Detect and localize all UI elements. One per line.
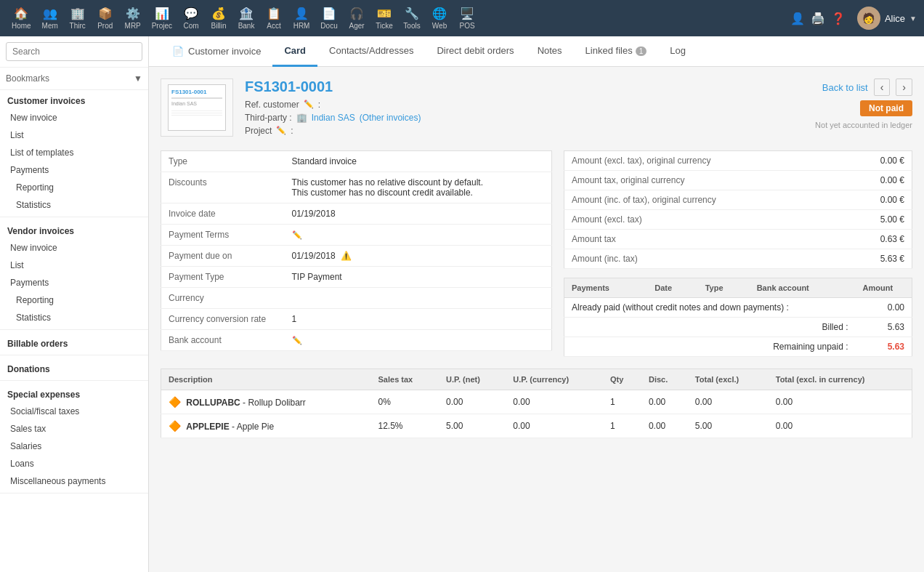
nav-item-mrp[interactable]: ⚙️MRP (120, 4, 146, 33)
field-value[interactable]: ✏️ (285, 330, 552, 351)
pay-header-payments: Payments (564, 278, 648, 298)
sidebar-section-vendor-invoices: Vendor invoices (0, 220, 148, 239)
project-edit-icon[interactable]: ✏️ (276, 126, 286, 136)
tab-linked-files[interactable]: Linked files1 (574, 36, 659, 67)
third-party-link[interactable]: Indian SAS (312, 113, 355, 123)
form-field-row: Payment Type TIP Payment (161, 267, 552, 288)
nav-item-pos[interactable]: 🖥️POS (454, 4, 480, 33)
line-header-5: Disc. (641, 369, 688, 390)
nav-item-web[interactable]: 🌐Web (426, 4, 453, 33)
print-icon[interactable]: 🖨️ (811, 12, 825, 25)
sidebar-item-list-of-templates[interactable]: List of templates (0, 144, 148, 161)
line-item-row: 🔶 APPLEPIE - Apple Pie 12.5% 5.00 0.00 1… (161, 414, 912, 438)
amount-row: Amount (excl. tax) 5.00 € (564, 210, 912, 230)
nav-item-home[interactable]: 🏠Home (7, 4, 36, 33)
help-icon[interactable]: ❓ (831, 12, 846, 25)
top-navigation: 🏠Home👥Mem🏢Thirc📦Prod⚙️MRP📊Projec💬Com💰Bil… (0, 0, 924, 36)
third-party-label: Third-party : (245, 113, 292, 123)
top-utility-icons: 👤 🖨️ ❓ (790, 12, 846, 25)
nav-item-members[interactable]: 👥Mem (37, 4, 63, 33)
line-up-currency: 0.00 (506, 414, 603, 438)
amount-label: Amount (inc. tax) (564, 249, 844, 269)
invoice-id: FS1301-0001 (245, 78, 803, 95)
tab-notes[interactable]: Notes (526, 36, 574, 67)
amount-label: Amount (excl. tax), original currency (564, 151, 844, 171)
tab-direct-debit[interactable]: Direct debit orders (425, 36, 525, 67)
pay-header-amount: Amount (856, 278, 912, 298)
sidebar-section-billable-orders: Billable orders (0, 333, 148, 352)
document-tab[interactable]: 📄 Customer invoice (161, 37, 272, 65)
nav-item-prod[interactable]: 📦Prod (92, 4, 118, 33)
other-invoices-link[interactable]: (Other invoices) (360, 113, 421, 123)
line-header-1: Sales tax (371, 369, 439, 390)
notification-icon[interactable]: 👤 (790, 12, 805, 25)
doc-icon: 📄 (172, 46, 184, 57)
nav-item-agent[interactable]: 🎧Ager (344, 4, 370, 33)
sidebar-item-payments[interactable]: Payments (0, 274, 148, 291)
status-badge: Not paid (860, 100, 912, 116)
amounts-table: Amount (excl. tax), original currency 0.… (564, 150, 912, 269)
tab-contacts[interactable]: Contacts/Addresses (317, 36, 425, 67)
sidebar-item-new-invoice[interactable]: New invoice (0, 109, 148, 126)
sidebar-item-salaries[interactable]: Salaries (0, 438, 148, 455)
user-menu[interactable]: 🧑 Alice ▼ (857, 7, 917, 30)
invoice-preview: FS1301-0001 Indian SAS (161, 78, 233, 137)
sidebar-item-reporting[interactable]: Reporting (0, 179, 148, 196)
nav-item-billing[interactable]: 💰Billin (206, 4, 232, 33)
sidebar-divider (0, 493, 148, 494)
product-icon: 🔶 (169, 396, 181, 408)
prev-invoice-button[interactable]: ‹ (874, 78, 891, 96)
nav-item-bank[interactable]: 🏦Bank (233, 4, 259, 33)
sidebar-item-miscellaneous-payments[interactable]: Miscellaneous payments (0, 472, 148, 490)
nav-item-hrm[interactable]: 👤HRM (288, 4, 315, 33)
sidebar-item-list[interactable]: List (0, 257, 148, 274)
form-field-row: Invoice date 01/19/2018 (161, 204, 552, 225)
not-accounted-label: Not yet accounted in ledger (815, 121, 912, 129)
form-field-row: Currency (161, 288, 552, 309)
edit-icon[interactable]: ✏️ (292, 230, 302, 239)
nav-item-com[interactable]: 💬Com (178, 4, 204, 33)
nav-item-docs[interactable]: 📄Docu (316, 4, 342, 33)
amount-row: Amount (inc. of tax), original currency … (564, 190, 912, 210)
amount-value: 0.00 € (843, 171, 912, 190)
tab-log[interactable]: Log (658, 36, 697, 67)
sidebar-item-social/fiscal-taxes[interactable]: Social/fiscal taxes (0, 403, 148, 420)
nav-item-tickets[interactable]: 🎫Ticke (371, 4, 397, 33)
sidebar-item-list[interactable]: List (0, 126, 148, 144)
warning-icon: ⚠️ (341, 251, 352, 261)
invoice-form-table: Type Standard invoiceDiscounts This cust… (161, 150, 552, 351)
sidebar-item-sales-tax[interactable]: Sales tax (0, 420, 148, 438)
nav-item-tools[interactable]: 🔧Tools (399, 4, 425, 33)
search-input[interactable] (6, 42, 142, 61)
line-disc: 0.00 (641, 414, 688, 438)
amount-value: 0.00 € (843, 151, 912, 171)
bookmarks-section[interactable]: Bookmarks ▼ (0, 68, 148, 90)
sidebar-item-statistics[interactable]: Statistics (0, 309, 148, 326)
next-invoice-button[interactable]: › (896, 78, 912, 96)
line-header-3: U.P. (currency) (506, 369, 603, 390)
nav-item-acct[interactable]: 📋Acct (261, 4, 287, 33)
tabs-bar: 📄 Customer invoice CardContacts/Addresse… (149, 36, 924, 67)
line-qty: 1 (603, 414, 641, 438)
edit-icon[interactable]: ✏️ (292, 336, 302, 345)
sidebar-section-special-expenses: Special expenses (0, 384, 148, 403)
line-items-table: DescriptionSales taxU.P. (net)U.P. (curr… (161, 368, 912, 438)
tab-card[interactable]: Card (272, 36, 317, 67)
ref-edit-icon[interactable]: ✏️ (304, 100, 314, 110)
sidebar-item-statistics[interactable]: Statistics (0, 196, 148, 214)
sidebar-item-new-invoice[interactable]: New invoice (0, 239, 148, 257)
field-value[interactable]: ✏️ (285, 225, 552, 246)
field-value: 1 (285, 309, 552, 330)
product-icon: 🔶 (169, 420, 181, 432)
sidebar-item-loans[interactable]: Loans (0, 455, 148, 472)
sidebar-item-payments[interactable]: Payments (0, 161, 148, 179)
sidebar-section-customer-invoices: Customer invoices (0, 90, 148, 109)
company-icon: 🏢 (296, 113, 307, 123)
back-to-list-link[interactable]: Back to list (822, 82, 868, 93)
sidebar-item-reporting[interactable]: Reporting (0, 291, 148, 309)
nav-item-third[interactable]: 🏢Thirc (65, 4, 91, 33)
amount-row: Amount tax, original currency 0.00 € (564, 171, 912, 190)
already-paid-row: Already paid (without credit notes and d… (564, 298, 912, 318)
nav-item-project[interactable]: 📊Projec (147, 4, 177, 33)
field-value: 01/19/2018 ⚠️ (285, 246, 552, 267)
